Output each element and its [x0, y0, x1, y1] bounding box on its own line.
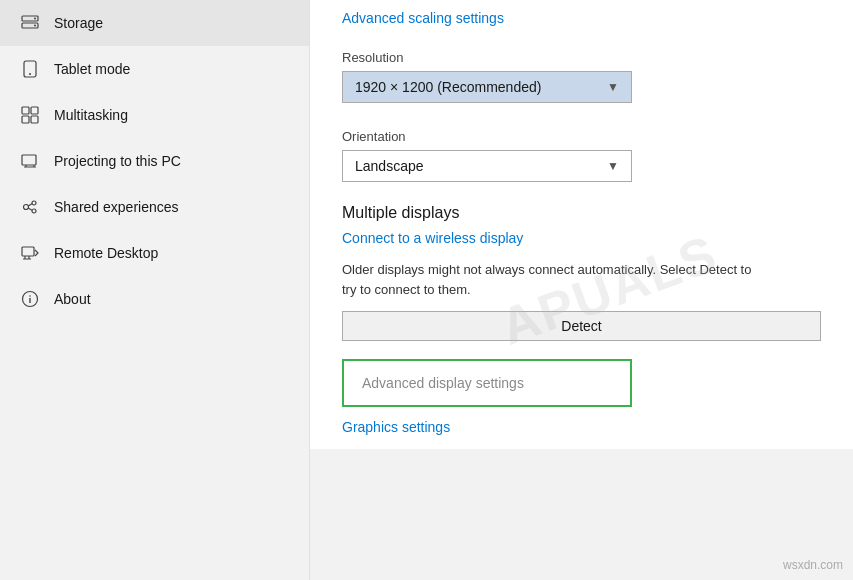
graphics-settings-link[interactable]: Graphics settings [342, 419, 821, 435]
about-icon [20, 289, 40, 309]
sidebar-item-storage[interactable]: Storage [0, 0, 309, 46]
svg-rect-10 [22, 155, 36, 165]
orientation-value: Landscape [355, 158, 424, 174]
svg-rect-8 [22, 116, 29, 123]
sidebar-label-remote: Remote Desktop [54, 245, 158, 261]
orientation-chevron-icon: ▼ [607, 159, 619, 173]
sidebar-label-about: About [54, 291, 91, 307]
advanced-display-settings-box[interactable]: Advanced display settings [342, 359, 632, 407]
svg-point-19 [29, 295, 31, 297]
resolution-label: Resolution [342, 50, 821, 65]
resolution-dropdown[interactable]: 1920 × 1200 (Recommended) ▼ [342, 71, 632, 103]
svg-point-3 [34, 25, 36, 27]
svg-line-15 [28, 208, 32, 210]
wsxdn-footer: wsxdn.com [783, 558, 843, 572]
resolution-value: 1920 × 1200 (Recommended) [355, 79, 541, 95]
svg-point-11 [24, 205, 29, 210]
sidebar-label-multitasking: Multitasking [54, 107, 128, 123]
resolution-dropdown-wrapper: 1920 × 1200 (Recommended) ▼ [342, 71, 821, 103]
svg-point-13 [32, 209, 36, 213]
wireless-display-link[interactable]: Connect to a wireless display [342, 230, 821, 246]
svg-line-14 [28, 204, 32, 206]
sidebar-item-tablet-mode[interactable]: Tablet mode [0, 46, 309, 92]
svg-point-5 [29, 73, 31, 75]
multitasking-icon [20, 105, 40, 125]
orientation-dropdown-wrapper: Landscape ▼ [342, 150, 821, 182]
projecting-icon [20, 151, 40, 171]
svg-point-2 [34, 18, 36, 20]
sidebar-label-tablet: Tablet mode [54, 61, 130, 77]
sidebar-label-projecting: Projecting to this PC [54, 153, 181, 169]
multiple-displays-heading: Multiple displays [342, 204, 821, 222]
sidebar-item-remote-desktop[interactable]: Remote Desktop [0, 230, 309, 276]
main-content: Advanced scaling settings Resolution 192… [310, 0, 853, 449]
sidebar-item-multitasking[interactable]: Multitasking [0, 92, 309, 138]
orientation-dropdown[interactable]: Landscape ▼ [342, 150, 632, 182]
svg-point-12 [32, 201, 36, 205]
svg-rect-9 [31, 116, 38, 123]
shared-experiences-icon [20, 197, 40, 217]
sidebar-item-projecting[interactable]: Projecting to this PC [0, 138, 309, 184]
sidebar-item-shared-experiences[interactable]: Shared experiences [0, 184, 309, 230]
storage-icon [20, 13, 40, 33]
svg-rect-7 [31, 107, 38, 114]
remote-desktop-icon [20, 243, 40, 263]
resolution-chevron-icon: ▼ [607, 80, 619, 94]
sidebar-label-shared: Shared experiences [54, 199, 179, 215]
detect-button[interactable]: Detect [342, 311, 821, 341]
displays-description: Older displays might not always connect … [342, 260, 762, 299]
orientation-label: Orientation [342, 129, 821, 144]
advanced-display-label: Advanced display settings [362, 375, 524, 391]
sidebar-item-about[interactable]: About [0, 276, 309, 322]
tablet-icon [20, 59, 40, 79]
advanced-scaling-link[interactable]: Advanced scaling settings [342, 10, 821, 26]
svg-rect-16 [22, 247, 34, 256]
sidebar-label-storage: Storage [54, 15, 103, 31]
sidebar: Storage Tablet mode Multitasking Project… [0, 0, 310, 580]
svg-rect-6 [22, 107, 29, 114]
